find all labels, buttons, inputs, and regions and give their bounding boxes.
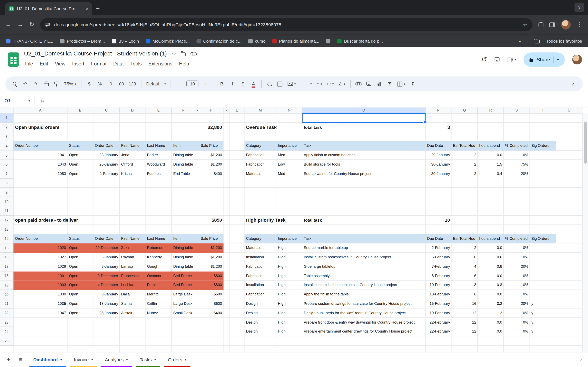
cell-O7[interactable]: Source walnut for Country House project	[302, 169, 425, 179]
cell-P7[interactable]: 30-January	[426, 169, 452, 179]
sheet-tab-caret-icon[interactable]: ▾	[154, 358, 156, 361]
cell-S7[interactable]: 20%	[504, 169, 530, 179]
cell-H2[interactable]: $2,800	[199, 123, 223, 132]
share-caret-icon[interactable]: ▾	[557, 58, 559, 61]
cell-C22[interactable]: 28-January	[93, 309, 120, 318]
cell-S16[interactable]: 10%	[504, 253, 530, 262]
column-header-T[interactable]: T	[530, 108, 556, 113]
cell-N20[interactable]: High	[277, 290, 302, 299]
cell-R19[interactable]: 0.8	[478, 281, 504, 290]
cell-E21[interactable]: Griffin	[146, 299, 172, 309]
cell-R22[interactable]: 1.2	[478, 309, 504, 318]
add-sheet-icon[interactable]: +	[4, 356, 13, 363]
cell-F21[interactable]: Large Desk	[172, 299, 195, 309]
cell-S18[interactable]: 0%	[504, 271, 530, 281]
cell-A17[interactable]: 1029	[13, 262, 67, 271]
column-header-U[interactable]: U	[556, 108, 582, 113]
bookmarks-overflow-icon[interactable]: »	[518, 39, 521, 43]
cell-A22[interactable]: 1047	[13, 309, 67, 318]
cell-O24[interactable]: Prepare entertainment center drawings fo…	[302, 327, 425, 336]
cell-Q17[interactable]: 4	[451, 262, 478, 271]
insert-chart-icon[interactable]	[374, 79, 384, 89]
cell-Q16[interactable]: 6	[451, 253, 478, 262]
cell-P14[interactable]: Due Date	[426, 234, 452, 244]
side-panel-icon[interactable]	[549, 22, 555, 27]
forward-icon[interactable]: →	[17, 22, 23, 28]
cell-D16[interactable]: Rayhan	[120, 253, 146, 262]
cell-M16[interactable]: Installation	[245, 253, 277, 262]
cell-C14[interactable]: Order Date	[93, 234, 120, 244]
zoom-select[interactable]: 75%▾	[62, 79, 78, 89]
cell-S21[interactable]: 20%	[504, 299, 530, 309]
cell-A20[interactable]: 1030	[13, 290, 67, 299]
cell-H18[interactable]: $800	[199, 271, 223, 281]
cell-R20[interactable]: 0.0	[478, 290, 504, 299]
cell-M18[interactable]: Fabrication	[245, 271, 277, 281]
bookmark-item[interactable]: McCormick Place...	[146, 39, 190, 43]
back-icon[interactable]: ←	[5, 22, 11, 28]
menu-help[interactable]: Help	[176, 60, 192, 68]
cell-N22[interactable]: High	[277, 309, 302, 318]
cell-R23[interactable]: 0.0	[478, 318, 504, 327]
cell-D17[interactable]: Larissa	[120, 262, 146, 271]
column-header-L[interactable]: L	[229, 108, 244, 113]
cell-N5[interactable]: Med	[277, 151, 302, 160]
fill-color-icon[interactable]	[265, 79, 274, 89]
cell-D5[interactable]: Jena	[120, 151, 146, 160]
column-header-M[interactable]: M	[245, 108, 277, 113]
cell-Q6[interactable]: 2	[451, 160, 478, 169]
sheet-tab-orders[interactable]: Orders▾	[162, 352, 192, 367]
cell-D21[interactable]: Saima	[120, 299, 146, 309]
cell-F22[interactable]: Small Desk	[172, 309, 195, 318]
cell-T14[interactable]: Big Orders	[530, 234, 556, 244]
cell-C19[interactable]: 4-December	[93, 281, 120, 290]
cell-P4[interactable]: Due Date	[426, 141, 452, 151]
cell-H16[interactable]: $1,200	[199, 253, 223, 262]
insert-link-icon[interactable]	[354, 79, 363, 89]
cell-O5[interactable]: Apply finish to custom benches	[302, 151, 425, 160]
bookmark-item[interactable]: curso	[248, 39, 266, 43]
cell-M22[interactable]: Design	[245, 309, 277, 318]
column-header-N[interactable]: N	[277, 108, 302, 113]
cell-C6[interactable]: 26-January	[93, 160, 120, 169]
cell-R15[interactable]: 0.0	[478, 243, 504, 253]
redo-icon[interactable]: ↷	[31, 79, 41, 89]
cell-R14[interactable]: hours spend	[478, 234, 504, 244]
vertical-scrollbar-thumb[interactable]	[584, 122, 587, 164]
cell-F17[interactable]: Dining table	[172, 262, 195, 271]
cell-B4[interactable]: Status	[68, 141, 94, 151]
hidden-columns-icon[interactable]: ◂	[195, 108, 199, 113]
star-document-icon[interactable]: ☆	[172, 51, 176, 57]
document-title[interactable]: U2_01_Domestika Course Project - Student…	[24, 50, 167, 57]
cell-F20[interactable]: Large Desk	[172, 290, 195, 299]
hidden-columns-icon[interactable]: ◂▸	[224, 108, 229, 113]
cell-H7[interactable]: $400	[199, 169, 223, 179]
cell-H22[interactable]: $400	[199, 309, 223, 318]
cell-E22[interactable]: Nunez	[146, 309, 172, 318]
font-size-input[interactable]: 10	[185, 79, 200, 89]
cell-A15[interactable]: 1020	[13, 243, 67, 253]
cell-A4[interactable]: Order Number	[13, 141, 67, 151]
column-header-D[interactable]: D	[120, 108, 146, 113]
cell-N23[interactable]: High	[277, 318, 302, 327]
functions-icon[interactable]: Σ	[408, 79, 418, 89]
cell-C21[interactable]: 13-January	[93, 299, 120, 309]
cell-N6[interactable]: Low	[277, 160, 302, 169]
cell-T22[interactable]: y	[530, 309, 556, 318]
cell-E18[interactable]: Oconnor	[146, 271, 172, 281]
cell-M4[interactable]: Category	[245, 141, 277, 151]
cell-R5[interactable]: 0.0	[478, 151, 504, 160]
cell-N24[interactable]: High	[277, 327, 302, 336]
cell-Q24[interactable]: 12	[451, 327, 478, 336]
cell-R24[interactable]: 0.0	[478, 327, 504, 336]
cell-O4[interactable]: Task	[302, 141, 425, 151]
column-header-A[interactable]: A	[13, 108, 67, 113]
cell-D6[interactable]: Clifford	[120, 160, 146, 169]
name-box[interactable]: O1 ▾	[0, 98, 35, 103]
sheet-tab-analytics[interactable]: Analytics▾	[99, 352, 134, 367]
column-header-R[interactable]: R	[478, 108, 504, 113]
cell-A18[interactable]: 1001	[13, 271, 67, 281]
cell-A19[interactable]: 1003	[13, 281, 67, 290]
row-header-14[interactable]: 14	[0, 234, 13, 244]
cell-P24[interactable]: 22-February	[426, 327, 452, 336]
